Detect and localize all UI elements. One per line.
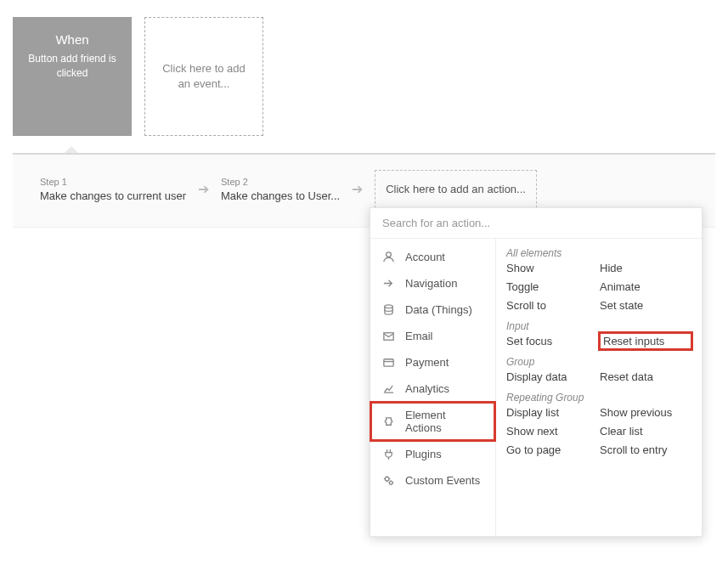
card-icon [382,356,395,369]
step-2[interactable]: Step 2 Make changes to User... [221,177,340,202]
arrow-right-icon: ➔ [352,181,363,197]
action-item[interactable]: Display list [506,404,598,421]
action-item[interactable]: Animate [600,279,691,295]
action-item[interactable]: Reset data [600,369,691,385]
action-item[interactable]: Scroll to [506,297,598,313]
action-item[interactable]: Go to page [506,442,598,458]
search-bar [370,208,702,239]
category-item-plugins[interactable]: Plugins [370,441,495,467]
action-item[interactable]: Clear list [600,423,691,439]
action-item[interactable]: Show next [506,423,598,439]
category-label: Payment [405,356,449,369]
step-1[interactable]: Step 1 Make changes to current user [40,177,186,202]
group-header: Group [506,353,691,369]
arrow-right-icon: ➔ [198,181,209,197]
category-label: Navigation [405,277,457,290]
action-item[interactable]: Display data [506,369,598,385]
category-label: Custom Events [405,474,480,487]
add-action-label: Click here to add an action... [386,183,526,195]
category-list: AccountNavigationData (Things)EmailPayme… [370,239,496,536]
database-icon [382,303,395,316]
step-number: Step 2 [221,177,340,187]
action-item[interactable]: Set focus [506,333,598,349]
step-number: Step 1 [40,177,186,187]
action-item[interactable]: Set state [600,297,691,313]
category-item-payment[interactable]: Payment [370,349,495,376]
group-header: Repeating Group [506,388,691,404]
category-item-navigation[interactable]: Navigation [370,270,495,296]
step-label: Make changes to current user [40,189,186,202]
action-item[interactable]: Scroll to entry [600,442,691,458]
search-input[interactable] [382,217,690,229]
step-label: Make changes to User... [221,189,340,202]
category-item-email[interactable]: Email [370,323,495,349]
add-event-label: Click here to add an event... [155,61,252,92]
action-item[interactable]: Show previous [600,404,691,421]
category-item-custom[interactable]: Custom Events [370,467,495,494]
gears-icon [382,474,395,487]
plug-icon [382,448,395,460]
category-label: Data (Things) [405,303,472,316]
category-label: Element Actions [405,409,483,434]
category-label: Plugins [405,448,442,460]
action-item[interactable]: Hide [600,260,691,276]
action-item[interactable]: Show [506,260,598,276]
group-header: Input [506,317,691,333]
category-item-data[interactable]: Data (Things) [370,296,495,323]
event-description: Button add friend is clicked [21,52,123,81]
mail-icon [382,330,395,342]
puzzle-icon [382,415,395,428]
event-title: When [55,32,88,47]
add-action-box[interactable]: Click here to add an action... [375,170,537,208]
user-icon [382,251,395,263]
category-item-element[interactable]: Element Actions [370,402,495,441]
category-item-account[interactable]: Account [370,244,495,270]
group-header: All elements [506,244,691,260]
category-item-analytics[interactable]: Analytics [370,376,495,402]
event-card[interactable]: When Button add friend is clicked [13,17,132,136]
category-label: Account [405,251,445,263]
add-event-card[interactable]: Click here to add an event... [144,17,263,136]
action-item[interactable]: Reset inputs [600,333,691,349]
action-picker-dropdown: AccountNavigationData (Things)EmailPayme… [370,207,703,537]
actions-panel: All elementsShowHideToggleAnimateScroll … [496,239,702,536]
category-label: Email [405,330,433,342]
share-icon [382,277,395,290]
category-label: Analytics [405,382,449,395]
chart-icon [382,382,395,395]
event-pointer-icon [65,146,78,153]
action-item[interactable]: Toggle [506,279,598,295]
